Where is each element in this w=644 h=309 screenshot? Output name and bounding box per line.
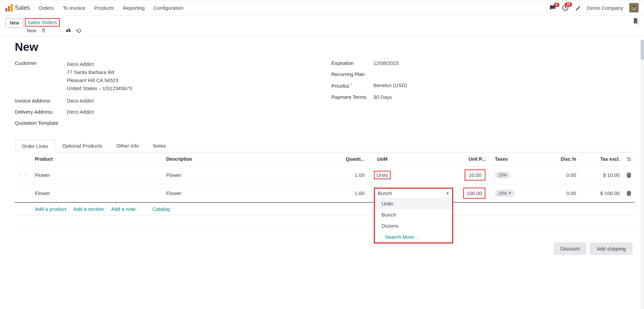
table-header-row: Product Description Quanti... UoM Unit P…	[15, 152, 635, 166]
table-actions-row: Add a product Add a section Add a note C…	[15, 202, 635, 216]
tabs: Order Lines Optional Products Other Info…	[15, 139, 635, 152]
remove-tax-icon[interactable]: ✕	[508, 191, 511, 195]
add-shipping-button[interactable]: Add shipping	[590, 242, 633, 255]
logo-bars-icon	[5, 4, 13, 11]
nav-to-invoice[interactable]: To Invoice	[63, 5, 86, 11]
invoice-address-label: Invoice Address	[15, 98, 67, 104]
tax-tag[interactable]: 15% ✕	[495, 190, 515, 197]
expiration-value[interactable]: 12/08/2023	[374, 60, 399, 66]
quotation-template-label: Quotation Template	[15, 120, 58, 126]
tab-notes[interactable]: Notes	[146, 139, 173, 152]
topbar-left: Sales Orders To Invoice Products Reporti…	[5, 4, 183, 11]
col-taxes[interactable]: Taxes	[489, 152, 546, 166]
col-unit-price[interactable]: Unit P...	[455, 152, 489, 166]
messages-icon[interactable]: 6	[549, 5, 556, 11]
col-tax-excl[interactable]: Tax excl.	[579, 152, 623, 166]
recurring-plan-label: Recurring Plan	[332, 71, 374, 77]
expiration-label: Expiration	[332, 60, 374, 66]
delivery-address-value[interactable]: Deco Addict	[67, 109, 94, 115]
footer-buttons: Discount Add shipping	[15, 242, 635, 255]
invoice-address-value[interactable]: Deco Addict	[67, 98, 94, 104]
activities-icon[interactable]: 29	[562, 4, 569, 11]
gear-icon[interactable]	[41, 28, 46, 33]
form-right-col: Expiration 12/08/2023 Recurring Plan Pri…	[332, 60, 635, 131]
catalog-link[interactable]: Catalog	[153, 206, 170, 212]
company-name[interactable]: Demo Company	[587, 5, 623, 11]
delete-row-icon[interactable]	[627, 191, 631, 196]
cell-product[interactable]: Flower	[32, 166, 163, 184]
nav-orders[interactable]: Orders	[39, 5, 54, 11]
form-left-col: Customer Deco Addict 77 Santa Barbara Rd…	[15, 60, 318, 131]
col-description[interactable]: Description	[163, 152, 338, 166]
add-section-link[interactable]: Add a section	[74, 206, 104, 212]
cell-qty[interactable]: 1.00	[338, 166, 368, 184]
dropdown-option-units[interactable]: Units	[375, 198, 452, 209]
col-uom[interactable]: UoM	[368, 152, 455, 166]
order-lines-table: Product Description Quanti... UoM Unit P…	[15, 152, 635, 229]
discount-button[interactable]: Discount	[554, 242, 587, 255]
uom-dropdown-input[interactable]: Bunch ▼ Units Bunch Dozens Search More..…	[374, 188, 453, 199]
form-main: New Customer Deco Addict 77 Santa Barbar…	[0, 36, 644, 262]
dropdown-option-dozens[interactable]: Dozens	[375, 220, 452, 231]
pricelist-value[interactable]: Benelux (USD)	[374, 82, 407, 88]
delete-row-icon[interactable]	[627, 172, 631, 178]
cell-product[interactable]: Flower	[32, 184, 163, 203]
topbar-right: 6 29 Demo Company	[549, 3, 639, 12]
payment-terms-label: Payment Terms	[332, 94, 374, 100]
app-logo[interactable]: Sales	[5, 4, 30, 11]
bookmark-icon[interactable]	[633, 18, 639, 25]
delivery-address-label: Delivery Address	[15, 109, 67, 115]
activities-badge: 29	[565, 2, 572, 7]
new-button[interactable]: New	[5, 18, 24, 28]
drag-handle-icon[interactable]: ⋮⋮	[18, 172, 28, 178]
col-quantity[interactable]: Quanti...	[338, 152, 368, 166]
svg-rect-1	[630, 4, 638, 12]
scrollbar-thumb[interactable]	[641, 40, 644, 60]
chevron-down-icon[interactable]: ▼	[446, 191, 449, 195]
table-row: Flower Flower 1.00 Bunch ▼ Units Bunch D…	[15, 184, 635, 203]
help-icon[interactable]: ?	[350, 82, 352, 86]
cell-unit-price[interactable]: 100.00	[463, 188, 485, 199]
cell-disc[interactable]: 0.00	[546, 166, 579, 184]
tab-order-lines[interactable]: Order Lines	[15, 140, 55, 152]
add-note-link[interactable]: Add a note	[111, 206, 136, 212]
dropdown-search-more[interactable]: Search More...	[375, 231, 452, 242]
add-product-link[interactable]: Add a product	[35, 206, 66, 212]
nav-reporting[interactable]: Reporting	[123, 5, 145, 11]
cell-unit-price[interactable]: 10.00	[465, 169, 485, 181]
breadcrumb-toolbar: New Sales Orders New	[0, 15, 644, 36]
discard-icon[interactable]	[76, 28, 82, 33]
payment-terms-value[interactable]: 30 Days	[374, 94, 392, 100]
dropdown-option-bunch[interactable]: Bunch	[375, 209, 452, 220]
tab-optional-products[interactable]: Optional Products	[55, 139, 109, 152]
nav-configuration[interactable]: Configuration	[154, 5, 183, 11]
customer-label: Customer	[15, 60, 67, 66]
page-title: New	[15, 40, 635, 53]
col-disc[interactable]: Disc.%	[546, 152, 579, 166]
app-title: Sales	[15, 4, 30, 11]
cloud-upload-icon[interactable]	[66, 28, 72, 33]
cell-tax-excl: $ 100.00	[579, 184, 623, 203]
cell-qty[interactable]: 1.00	[338, 184, 368, 203]
breadcrumb-current: New	[27, 28, 36, 33]
customer-value[interactable]: Deco Addict 77 Santa Barbara Rd Pleasant…	[67, 60, 132, 92]
cell-disc[interactable]: 0.00	[546, 184, 579, 203]
breadcrumb-sales-orders[interactable]: Sales Orders	[25, 18, 60, 27]
cell-description[interactable]: Flower	[163, 166, 338, 184]
user-avatar[interactable]	[629, 3, 639, 12]
form-grid: Customer Deco Addict 77 Santa Barbara Rd…	[15, 60, 635, 131]
tools-icon[interactable]	[575, 5, 581, 11]
scrollbar[interactable]	[641, 40, 644, 262]
cell-uom[interactable]: Units	[374, 171, 391, 179]
cell-tax-excl: $ 10.00	[579, 166, 623, 184]
tax-tag[interactable]: 15%	[495, 171, 510, 179]
col-product[interactable]: Product	[32, 152, 163, 166]
col-settings-icon[interactable]	[623, 152, 635, 166]
table-row: ⋮⋮ Flower Flower 1.00 Units 10.00 15% 0.…	[15, 166, 635, 184]
messages-badge: 6	[554, 3, 559, 7]
cell-description[interactable]: Flower	[163, 184, 338, 203]
tab-other-info[interactable]: Other Info	[110, 139, 146, 152]
uom-dropdown-menu: Units Bunch Dozens Search More...	[374, 198, 453, 243]
nav-products[interactable]: Products	[94, 5, 114, 11]
svg-rect-4	[632, 6, 636, 7]
